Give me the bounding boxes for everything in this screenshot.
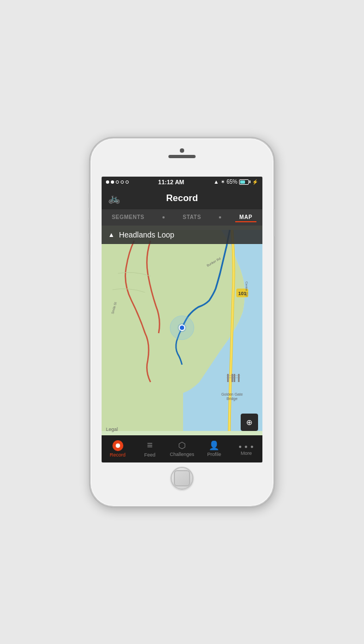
signal-dot-2 [111,180,114,184]
battery-fill [240,180,245,184]
record-inner-dot [116,443,120,448]
tab-map[interactable]: MAP [235,212,257,222]
volume-down-button[interactable] [89,240,90,255]
speaker [168,155,196,158]
battery-body [239,179,249,185]
tab-more[interactable]: ● ● ● More [233,442,260,456]
status-bar: 11:12 AM ▲ ✶ 65% ⚡ [102,177,262,187]
tab-separator-2 [219,216,221,218]
segment-arrow-icon: ▲ [108,231,115,239]
battery-tip [249,180,250,183]
crosshair-icon: ⊕ [246,418,253,427]
status-right: ▲ ✶ 65% ⚡ [214,179,258,185]
tab-record-label: Record [110,452,125,458]
bottom-tab-bar: Record ≡ Feed ⬡ Challenges 👤 Profile ● ●… [102,435,262,462]
battery-percent: 65% [227,179,237,185]
tab-record[interactable]: Record [104,440,131,458]
tab-challenges-label: Challenges [170,452,194,457]
tab-segments[interactable]: SEGMENTS [108,212,149,222]
signal-dot-5 [125,180,129,184]
tab-more-label: More [241,451,252,456]
tab-profile[interactable]: 👤 Profile [200,440,228,457]
phone-screen: 11:12 AM ▲ ✶ 65% ⚡ 🚲 Record SEGMENTS [102,177,262,462]
svg-text:Center Rd: Center Rd [245,282,248,296]
location-button[interactable]: ⊕ [241,414,258,431]
svg-rect-11 [227,374,229,382]
tab-separator-1 [162,216,165,218]
segment-name: Headlands Loop [119,230,174,239]
tab-feed-label: Feed [145,452,156,458]
volume-up-button[interactable] [89,219,90,234]
charging-icon: ⚡ [252,179,258,185]
feed-icon: ≡ [147,440,153,451]
segment-banner: ▲ Headlands Loop [102,226,262,244]
map-container[interactable]: 101 Smile St Bunker Rd Center Rd Go [102,226,262,435]
challenges-icon: ⬡ [178,440,186,451]
svg-rect-12 [231,374,233,382]
signal-dot-3 [116,180,119,184]
signal-dot-1 [106,180,109,184]
svg-rect-15 [234,374,235,382]
tabs-bar: SEGMENTS STATS MAP [102,209,262,226]
more-icon: ● ● ● [239,442,254,449]
bike-icon: 🚲 [108,192,120,204]
battery-icon [239,179,250,185]
location-icon: ▲ [214,179,219,185]
record-icon [112,440,123,451]
svg-text:Golden Gate: Golden Gate [221,392,243,396]
map-svg: 101 Smile St Bunker Rd Center Rd Go [102,226,262,435]
svg-point-8 [179,325,185,330]
tab-stats[interactable]: STATS [178,212,205,222]
status-time: 11:12 AM [158,179,184,185]
signal-dot-4 [121,180,124,184]
svg-text:Bridge: Bridge [227,397,237,401]
tab-challenges[interactable]: ⬡ Challenges [168,440,196,457]
tab-feed[interactable]: ≡ Feed [136,440,164,458]
tab-profile-label: Profile [207,452,221,457]
svg-rect-16 [238,374,240,382]
camera [180,148,184,153]
profile-icon: 👤 [209,440,219,451]
page-title: Record [166,193,198,204]
home-button-inner [174,470,190,486]
legal-text[interactable]: Legal [106,427,118,432]
home-button[interactable] [171,467,193,490]
phone-top-area [91,148,273,158]
signal-dots [106,180,129,184]
bluetooth-icon: ✶ [221,179,225,185]
nav-bar: 🚲 Record [102,187,262,209]
phone-frame: 11:12 AM ▲ ✶ 65% ⚡ 🚲 Record SEGMENTS [90,137,274,507]
